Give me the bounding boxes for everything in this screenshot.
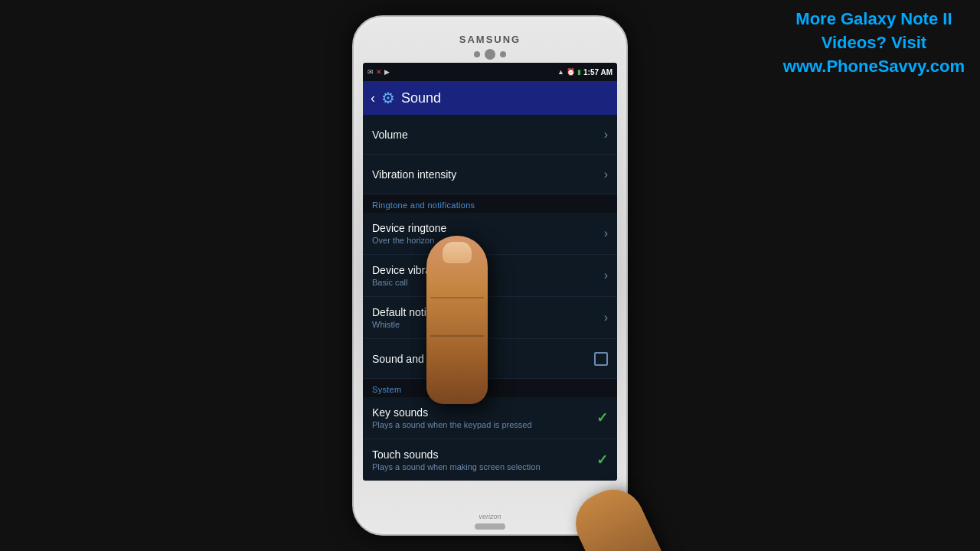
device-ringtone-sublabel: Over the horizon (372, 236, 446, 245)
back-button[interactable]: ‹ (371, 90, 375, 106)
wifi-icon: ▲ (557, 68, 564, 76)
device-vibration-label: Device vibration (372, 264, 449, 276)
volume-text: Volume (372, 129, 408, 141)
device-vibration-text: Device vibration Basic call (372, 264, 449, 287)
touch-sounds-item[interactable]: Touch sounds Plays a sound when making s… (363, 439, 617, 481)
alarm-icon: ⏰ (567, 68, 575, 76)
touch-sounds-text: Touch sounds Plays a sound when making s… (372, 448, 596, 471)
overlay-line2: Videos? Visit (822, 33, 926, 52)
sound-vibration-checkbox[interactable] (594, 352, 608, 366)
settings-gear-icon: ⚙ (381, 89, 395, 107)
device-ringtone-label: Device ringtone (372, 222, 446, 234)
volume-label: Volume (372, 129, 408, 141)
default-notifications-text: Default notifications Whistle (372, 306, 466, 329)
time-display: 1:57 AM (583, 68, 612, 77)
default-notifications-label: Default notifications (372, 306, 466, 318)
speaker-dot-2 (485, 49, 495, 60)
play-icon: ▶ (384, 68, 390, 76)
ringtone-section-header: Ringtone and notifications (363, 194, 617, 213)
sound-vibration-item[interactable]: Sound and vibration (363, 339, 617, 379)
default-notifications-sublabel: Whistle (372, 320, 466, 329)
header-bar: ‹ ⚙ Sound (363, 81, 617, 115)
status-bar: ✉ ✕ ▶ ▲ ⏰ ▮ 1:57 AM (363, 63, 617, 81)
touch-sounds-checkmark: ✓ (596, 452, 608, 468)
key-sounds-checkmark: ✓ (596, 409, 608, 426)
touch-sounds-sublabel: Plays a sound when making screen selecti… (372, 462, 590, 471)
vibration-intensity-text: Vibration intensity (372, 168, 456, 181)
default-notifications-item[interactable]: Default notifications Whistle › (363, 297, 617, 339)
vibration-intensity-item[interactable]: Vibration intensity › (363, 155, 617, 194)
speaker-dot-3 (500, 51, 506, 57)
key-sounds-label: Key sounds (372, 406, 590, 419)
key-sounds-sublabel: Plays a sound when the keypad is pressed (372, 420, 590, 429)
vibration-intensity-label: Vibration intensity (372, 168, 456, 181)
verizon-logo: verizon (479, 513, 501, 520)
main-container: More Galaxy Note II Videos? Visit www.Ph… (0, 0, 980, 551)
volume-chevron: › (604, 128, 608, 142)
touch-sounds-label: Touch sounds (372, 448, 590, 461)
overlay-line1: More Galaxy Note II (795, 9, 952, 28)
mail-icon: ✉ (368, 68, 374, 76)
speaker-dot-1 (474, 51, 480, 57)
key-sounds-item[interactable]: Key sounds Plays a sound when the keypad… (363, 397, 617, 439)
close-icon: ✕ (376, 68, 382, 76)
status-right-icons: ▲ ⏰ ▮ 1:57 AM (557, 68, 612, 77)
vibration-intensity-chevron: › (604, 168, 608, 181)
device-vibration-chevron: › (604, 269, 608, 282)
phone-shell: SAMSUNG ✉ ✕ ▶ ▲ ⏰ (352, 15, 628, 536)
system-section-header: System (363, 379, 617, 397)
device-ringtone-text: Device ringtone Over the horizon (372, 222, 446, 245)
volume-item[interactable]: Volume › (363, 115, 617, 155)
settings-list: Volume › Vibration intensity › Ringtone … (363, 115, 617, 481)
samsung-brand: SAMSUNG (459, 34, 521, 45)
default-notifications-chevron: › (604, 311, 608, 324)
device-ringtone-chevron: › (604, 227, 608, 240)
key-sounds-text: Key sounds Plays a sound when the keypad… (372, 406, 596, 429)
status-left-icons: ✉ ✕ ▶ (368, 68, 390, 76)
device-vibration-item[interactable]: Device vibration Basic call › (363, 255, 617, 297)
device-vibration-sublabel: Basic call (372, 278, 449, 287)
phone-speaker (474, 49, 506, 60)
phone-screen: ✉ ✕ ▶ ▲ ⏰ ▮ 1:57 AM ‹ ⚙ Sound (363, 63, 617, 481)
battery-icon: ▮ (577, 68, 581, 76)
overlay-line3: www.PhoneSavvy.com (783, 57, 965, 76)
home-button[interactable] (475, 523, 505, 530)
sound-vibration-label: Sound and vibration (372, 353, 468, 365)
sound-vibration-text: Sound and vibration (372, 353, 468, 365)
device-ringtone-item[interactable]: Device ringtone Over the horizon › (363, 213, 617, 255)
phone-container: SAMSUNG ✉ ✕ ▶ ▲ ⏰ (352, 15, 628, 536)
overlay-text: More Galaxy Note II Videos? Visit www.Ph… (783, 8, 965, 78)
header-title: Sound (401, 90, 609, 106)
